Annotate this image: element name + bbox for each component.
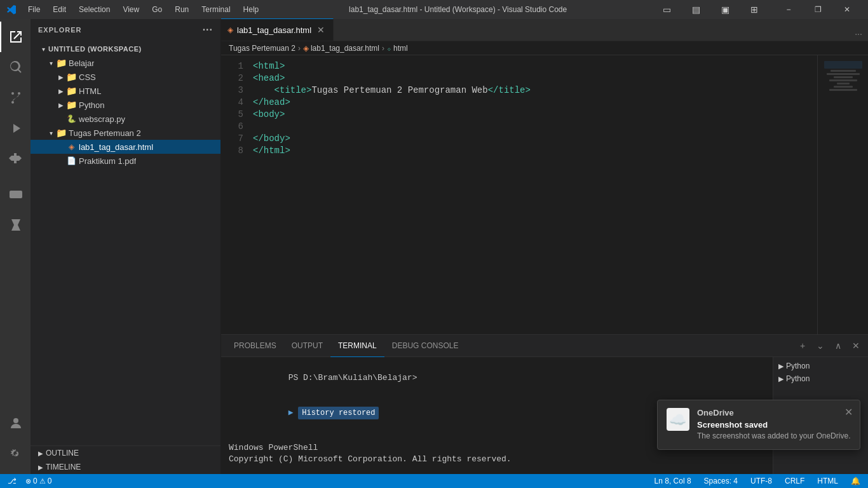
folder-belajar[interactable]: ▾ 📁 Belajar [31, 56, 220, 70]
minimize-button[interactable]: − [774, 0, 803, 19]
vscode-icon [6, 4, 17, 15]
line-numbers: 1 2 3 4 5 6 7 8 [221, 60, 250, 329]
panel-split-btn[interactable]: ⌄ [813, 339, 827, 353]
panel-add-btn[interactable]: + [796, 339, 810, 353]
notification-close-btn[interactable]: ✕ [842, 405, 855, 418]
explorer-more-icon[interactable]: ··· [203, 24, 213, 36]
error-count: 0 [33, 477, 37, 485]
terminal-prompt-line: PS D:\Bram\Kuliah\Belajar> [229, 361, 765, 395]
breadcrumb-file-label: lab1_tag_dasar.html [311, 44, 379, 53]
close-button[interactable]: ✕ [832, 0, 862, 19]
outline-label: OUTLINE [46, 449, 79, 458]
code-editor[interactable]: 1 2 3 4 5 6 7 8 <html> <head> <title>Tug… [221, 55, 817, 334]
menu-selection[interactable]: Selection [74, 4, 115, 15]
svg-point-4 [14, 193, 18, 196]
file-webscrap[interactable]: 🐍 webscrap.py [31, 112, 220, 126]
layout-toggle-btn[interactable]: ▭ [652, 0, 681, 19]
panel-tab-output[interactable]: OUTPUT [284, 335, 330, 357]
status-errors[interactable]: ⊗ 0 ⚠ 0 [23, 477, 54, 485]
terminal-instance-1-label: Python [786, 362, 810, 370]
outline-arrow: ▶ [38, 450, 43, 457]
encoding-label: UTF-8 [750, 477, 772, 485]
layout-panel-btn[interactable]: ▣ [710, 0, 740, 19]
status-line-ending[interactable]: CRLF [782, 477, 807, 485]
timeline-section[interactable]: ▶ TIMELINE [31, 460, 220, 474]
activity-run-debug[interactable] [0, 113, 31, 144]
menu-edit[interactable]: Edit [48, 4, 71, 15]
praktikum-icon: 📄 [66, 156, 76, 166]
file-praktikum[interactable]: 📄 Praktikum 1.pdf [31, 154, 220, 168]
notification-body: The screenshot was added to your OneDriv… [697, 431, 851, 442]
folder-css-label: CSS [79, 72, 96, 82]
terminal-instance-1-icon: ▶ [778, 362, 783, 370]
terminal-instance-2[interactable]: ▶ Python [773, 372, 868, 385]
workspace-arrow: ▾ [38, 44, 48, 54]
file-lab1-label: lab1_tag_dasar.html [79, 142, 153, 152]
tab-bar-more[interactable]: ··· [851, 27, 865, 41]
tab-html-icon: ◈ [227, 25, 233, 34]
folder-python-label: Python [79, 100, 104, 110]
folder-tugas-label: Tugas Pertemuan 2 [69, 128, 141, 138]
folder-css[interactable]: ▶ 📁 CSS [31, 70, 220, 84]
panel-tab-terminal[interactable]: TERMINAL [330, 335, 384, 357]
workspace-folder[interactable]: ▾ UNTITLED (WORKSPACE) [31, 42, 220, 56]
status-notifications[interactable]: 🔔 [848, 477, 863, 485]
editor-tab-lab1[interactable]: ◈ lab1_tag_dasar.html ✕ [221, 18, 334, 41]
breadcrumb-symbol-label: html [393, 44, 408, 53]
status-bar-left: ⎇ ⊗ 0 ⚠ 0 [5, 477, 54, 485]
menu-terminal[interactable]: Terminal [196, 4, 235, 15]
panel-tab-debug[interactable]: DEBUG CONSOLE [384, 335, 466, 357]
lab1-icon: ◈ [66, 142, 76, 152]
terminal-arrow-icon: ▶ [288, 408, 299, 417]
panel-close-btn[interactable]: ✕ [849, 339, 863, 353]
status-position[interactable]: Ln 8, Col 8 [652, 477, 694, 485]
layout-side-btn[interactable]: ▤ [681, 0, 710, 19]
minimap [817, 55, 868, 334]
status-spaces[interactable]: Spaces: 4 [702, 477, 740, 485]
menu-file[interactable]: File [23, 4, 45, 15]
status-encoding[interactable]: UTF-8 [748, 477, 775, 485]
tab-close-btn[interactable]: ✕ [315, 24, 327, 36]
layout-grid-btn[interactable]: ⊞ [740, 0, 769, 19]
menu-run[interactable]: Run [170, 4, 194, 15]
activity-settings[interactable] [0, 438, 31, 469]
activity-remote[interactable] [0, 179, 31, 210]
activity-explorer[interactable] [0, 22, 31, 52]
activity-bar [0, 19, 31, 474]
file-lab1[interactable]: ◈ lab1_tag_dasar.html [31, 140, 220, 154]
terminal-copyright: Copyright (C) Microsoft Corporation. All… [229, 454, 765, 465]
window-controls: ▭ ▤ ▣ ⊞ − ❐ ✕ [652, 0, 862, 19]
activity-accounts[interactable] [0, 408, 31, 438]
activity-extensions[interactable] [0, 144, 31, 174]
menu-go[interactable]: Go [147, 4, 167, 15]
folder-html[interactable]: ▶ 📁 HTML [31, 84, 220, 98]
titlebar: File Edit Selection View Go Run Terminal… [0, 0, 868, 19]
maximize-button[interactable]: ❐ [803, 0, 832, 19]
explorer-header: EXPLORER ··· [31, 19, 220, 41]
breadcrumb-symbol[interactable]: ⬦ html [387, 44, 408, 53]
folder-tugas[interactable]: ▾ 📁 Tugas Pertemuan 2 [31, 126, 220, 140]
breadcrumb-sep2: › [382, 44, 384, 53]
panel-tab-problems[interactable]: PROBLEMS [226, 335, 284, 357]
folder-html-label: HTML [79, 86, 101, 96]
praktikum-arrow [56, 156, 66, 166]
terminal-instance-2-label: Python [786, 374, 810, 383]
breadcrumb-folder[interactable]: Tugas Pertemuan 2 [229, 44, 295, 53]
warning-count: 0 [48, 477, 52, 485]
terminal-instance-1[interactable]: ▶ Python [773, 360, 868, 372]
status-branch[interactable]: ⎇ [5, 477, 19, 485]
breadcrumb-file[interactable]: ◈ lab1_tag_dasar.html [303, 44, 379, 53]
activity-testing[interactable] [0, 210, 31, 240]
activity-search[interactable] [0, 52, 31, 83]
menu-view[interactable]: View [118, 4, 144, 15]
code-content[interactable]: <html> <head> <title>Tugas Pertemuan 2 P… [250, 60, 817, 329]
tab-label: lab1_tag_dasar.html [237, 25, 311, 35]
folder-python-icon: 📁 [66, 100, 76, 110]
menu-help[interactable]: Help [238, 4, 264, 15]
panel-maximize-btn[interactable]: ∧ [831, 339, 845, 353]
folder-python[interactable]: ▶ 📁 Python [31, 98, 220, 112]
notification-header: OneDrive [697, 408, 851, 417]
status-language[interactable]: HTML [815, 477, 841, 485]
outline-section[interactable]: ▶ OUTLINE [31, 446, 220, 460]
activity-source-control[interactable] [0, 83, 31, 113]
